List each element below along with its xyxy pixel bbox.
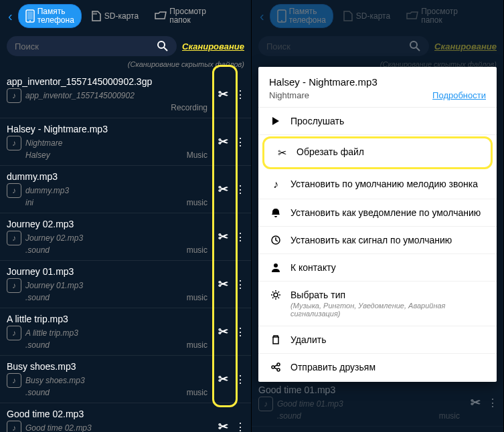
screen-file-list: ‹ Памятьтелефона SD-карта Просмотрпапок: [0, 0, 252, 432]
search-input: [266, 41, 409, 51]
menu-item[interactable]: Прослушать: [258, 108, 497, 135]
file-row[interactable]: Journey 01.mp3 ♪ Journey 01.mp3 .sound m…: [0, 261, 251, 308]
music-note-icon: ♪: [7, 183, 21, 198]
cut-icon[interactable]: ✂: [218, 277, 228, 292]
svg-point-10: [410, 41, 417, 48]
menu-item[interactable]: Выбрать тип (Музыка, Рингтон, Уведомлени…: [258, 282, 497, 326]
menu-list: Прослушать ✂ Обрезать файл ♪ Установить …: [258, 108, 497, 382]
tab-sd-card: SD-карта: [336, 7, 397, 25]
file-type: music: [187, 245, 207, 255]
search-input[interactable]: [15, 41, 157, 51]
menu-item[interactable]: Отправить друзьям: [258, 354, 497, 381]
cut-icon[interactable]: ✂: [218, 134, 228, 149]
music-note-icon: ♪: [7, 88, 21, 103]
file-artist: .sound: [25, 245, 50, 255]
file-artist: ini: [25, 198, 33, 207]
back-icon: ‹: [257, 6, 267, 27]
file-row[interactable]: Good time 02.mp3 ♪ Good time 02.mp3 .sou…: [0, 403, 251, 432]
scan-link[interactable]: Сканирование: [182, 41, 244, 51]
file-artist: .sound: [25, 388, 50, 397]
tab-sd-card[interactable]: SD-карта: [84, 7, 145, 25]
menu-item-icon: ♪: [269, 179, 282, 191]
file-subtitle: app_inventor_1557145000902: [25, 91, 244, 100]
file-name: A little trip.mp3: [7, 314, 244, 324]
tab-folders: Просмотрпапок: [400, 5, 465, 27]
file-name: Busy shoes.mp3: [7, 361, 244, 372]
more-icon[interactable]: ⋮: [235, 326, 244, 338]
file-type: music: [187, 198, 207, 207]
file-subtitle: Journey 02.mp3: [25, 233, 244, 243]
menu-item-icon: [269, 116, 282, 126]
menu-item-label: Установить как сигнал по умолчанию: [290, 235, 486, 245]
file-subtitle: A little trip.mp3: [25, 328, 244, 338]
cut-icon[interactable]: ✂: [218, 372, 228, 387]
more-icon[interactable]: ⋮: [235, 231, 244, 243]
file-name: Good time 01.mp3: [258, 385, 497, 395]
menu-item-label: Установить по умолчанию мелодию звонка: [290, 179, 486, 189]
cut-icon: ✂: [471, 395, 481, 410]
file-subtitle: Busy shoes.mp3: [25, 376, 244, 385]
file-subtitle: Journey 01.mp3: [25, 281, 244, 290]
more-icon[interactable]: ⋮: [235, 88, 244, 101]
svg-point-13: [274, 263, 278, 267]
file-row[interactable]: Halsey - Nightmare.mp3 ♪ Nightmare Halse…: [0, 118, 251, 166]
menu-item[interactable]: Установить как уведомление по умолчанию: [258, 199, 497, 227]
search-icon[interactable]: [157, 40, 169, 52]
svg-point-9: [281, 20, 282, 21]
menu-item[interactable]: ✂ Обрезать файл: [262, 136, 493, 169]
svg-point-2: [29, 20, 31, 21]
folder-icon: [406, 11, 418, 21]
file-subtitle: Good time 02.mp3: [25, 423, 244, 432]
file-type: music: [187, 340, 207, 350]
file-row[interactable]: dummy.mp3 ♪ dummy.mp3 ini music ✂ ⋮: [0, 166, 251, 213]
menu-item[interactable]: ♪ Установить по умолчанию мелодию звонка: [258, 171, 497, 199]
menu-item[interactable]: Установить как сигнал по умолчанию: [258, 227, 497, 254]
back-icon[interactable]: ‹: [5, 6, 15, 27]
file-type: Recording: [171, 103, 207, 112]
file-row[interactable]: Busy shoes.mp3 ♪ Busy shoes.mp3 .sound m…: [0, 356, 251, 403]
modal-header: Halsey - Nightmare.mp3 Nightmare Подробн…: [258, 67, 497, 108]
cut-icon[interactable]: ✂: [218, 87, 228, 102]
more-icon: ⋮: [487, 397, 497, 409]
music-note-icon: ♪: [7, 373, 21, 388]
menu-item-icon: [269, 207, 282, 218]
menu-item-label: Выбрать тип: [290, 290, 486, 300]
file-type: music: [187, 293, 207, 302]
file-list[interactable]: app_inventor_1557145000902.3gp ♪ app_inv…: [0, 71, 251, 432]
scan-hint: (Сканирование скрытых файлов): [0, 60, 251, 71]
cut-icon[interactable]: ✂: [218, 419, 228, 432]
file-type: Music: [187, 150, 207, 160]
tab-phone-memory[interactable]: Памятьтелефона: [18, 4, 82, 28]
file-row[interactable]: Journey 02.mp3 ♪ Journey 02.mp3 .sound m…: [0, 213, 251, 261]
menu-item-icon: [269, 235, 282, 245]
svg-line-7: [164, 47, 167, 51]
menu-item-label: Обрезать файл: [297, 146, 480, 157]
modal-details-link[interactable]: Подробности: [432, 90, 486, 100]
file-artist: .sound: [25, 340, 50, 350]
svg-point-16: [277, 363, 280, 366]
menu-item-label: Прослушать: [290, 116, 486, 126]
file-name: dummy.mp3: [7, 171, 244, 182]
more-icon[interactable]: ⋮: [235, 278, 244, 291]
menu-item[interactable]: К контакту: [258, 254, 497, 282]
more-icon[interactable]: ⋮: [235, 183, 244, 196]
file-row[interactable]: app_inventor_1557145000902.3gp ♪ app_inv…: [0, 71, 251, 118]
file-row: Good time 01.mp3 ♪ Good time 01.mp3 .sou…: [252, 379, 503, 427]
cut-icon[interactable]: ✂: [218, 182, 228, 197]
menu-item-label: Отправить друзьям: [290, 362, 486, 372]
music-note-icon: ♪: [7, 231, 21, 245]
file-artist: .sound: [25, 293, 50, 302]
file-row[interactable]: A little trip.mp3 ♪ A little trip.mp3 .s…: [0, 308, 251, 356]
screen-context-menu: ‹ Памятьтелефона SD-карта Просмотрпапок: [252, 0, 504, 432]
cut-icon[interactable]: ✂: [218, 324, 228, 339]
svg-point-14: [274, 293, 278, 297]
search-icon: [409, 40, 421, 52]
menu-item[interactable]: Удалить: [258, 326, 497, 354]
cut-icon[interactable]: ✂: [218, 229, 228, 244]
more-icon[interactable]: ⋮: [235, 421, 244, 432]
tab-folders[interactable]: Просмотрпапок: [148, 5, 213, 27]
more-icon[interactable]: ⋮: [235, 373, 244, 386]
search-box[interactable]: [7, 36, 177, 56]
svg-point-17: [277, 368, 280, 371]
more-icon[interactable]: ⋮: [235, 136, 244, 148]
